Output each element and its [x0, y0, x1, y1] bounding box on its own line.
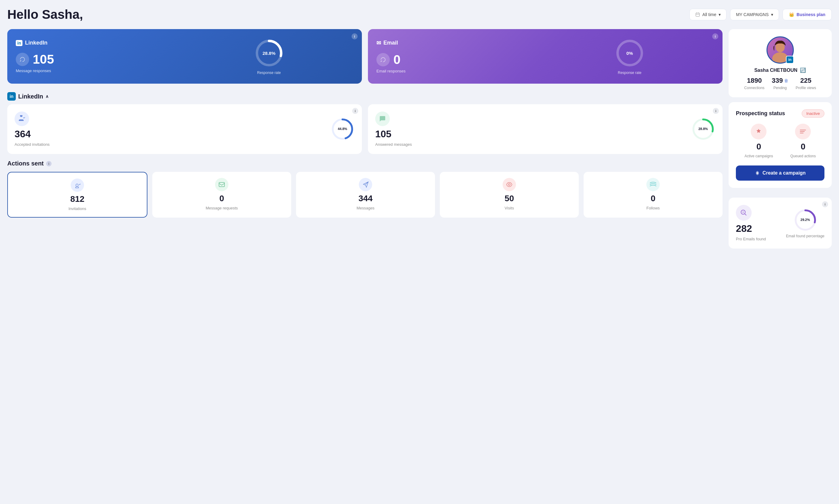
invitations-label: Invitations — [69, 206, 86, 211]
svg-point-14 — [756, 173, 758, 174]
response-rate-circle: 28.8% — [691, 117, 715, 141]
connections-stat: 1890 Connections — [745, 77, 765, 90]
profile-stats: 1890 Connections 339 🗑 Pending 225 Profi… — [736, 77, 824, 90]
linkedin-in-logo: in — [16, 40, 22, 46]
time-filter-chevron: ▾ — [719, 12, 721, 17]
linkedin-responses-label: Message responses — [16, 69, 185, 73]
greeting: Hello Sasha, — [7, 7, 83, 22]
email-pct-right: 29.2% Email found percentage — [786, 208, 824, 238]
business-plan-button[interactable]: 👑 Business plan — [783, 9, 832, 20]
linkedin-collapse-icon[interactable]: ∧ — [46, 94, 49, 99]
action-invitations[interactable]: 812 Invitations — [7, 172, 147, 218]
profile-views-label: Profile views — [796, 86, 816, 90]
rocket-icon — [755, 170, 760, 176]
acceptance-rate-text: 44.8% — [337, 127, 347, 131]
answered-messages-value: 105 — [375, 128, 391, 140]
pro-emails-value: 282 — [736, 223, 752, 234]
email-top-card: i ✉ Email 0 — [368, 29, 722, 84]
action-message-requests[interactable]: 0 Message requests — [152, 172, 291, 218]
linkedin-section-title: LinkedIn — [18, 93, 43, 100]
email-pct-text: 29.2% — [801, 218, 810, 222]
linkedin-info-dot[interactable]: i — [352, 33, 357, 39]
linkedin-badge: in — [786, 56, 794, 64]
email-response-rate-circle: 0% — [614, 38, 645, 68]
actions-header: Actions sent i — [7, 160, 722, 167]
trash-icon[interactable]: 🗑 — [784, 78, 788, 83]
time-filter-dropdown[interactable]: All time ▾ — [689, 9, 727, 20]
svg-rect-9 — [219, 182, 225, 187]
linkedin-top-card: i in LinkedIn 105 — [7, 29, 362, 84]
linkedin-response-icon — [16, 53, 29, 66]
email-pct-gauge: 29.2% — [793, 208, 818, 232]
header-controls: All time ▾ MY CAMPAIGNS ▾ 👑 Business pla… — [689, 9, 832, 20]
email-rate-label: Response rate — [618, 71, 642, 75]
prospecting-stats: 0 Active campaigns 0 Queued actions — [736, 124, 824, 158]
email-response-icon — [377, 53, 390, 66]
answered-info-dot[interactable]: i — [713, 108, 719, 114]
prospecting-card: Prospecting status Inactive 0 Active cam… — [729, 102, 832, 188]
follows-label: Follows — [646, 206, 660, 210]
pro-emails-label: Pro Emails found — [736, 237, 766, 241]
calendar-icon — [695, 12, 700, 17]
messages-icon — [359, 178, 372, 191]
accepted-invitations-label: Accepted invitations — [15, 142, 50, 147]
email-responses-label: Email responses — [377, 69, 545, 73]
accepted-invitations-value: 364 — [15, 128, 31, 140]
email-card-right: 0% Response rate — [545, 38, 714, 75]
action-visits[interactable]: 50 Visits — [440, 172, 579, 218]
actions-title: Actions sent — [7, 160, 44, 167]
linkedin-title: LinkedIn — [25, 40, 47, 46]
active-campaigns-value: 0 — [756, 142, 761, 151]
visits-value: 50 — [504, 194, 514, 203]
email-rate-text: 0% — [626, 51, 633, 56]
linkedin-responses-value: 105 — [33, 52, 54, 67]
message-requests-value: 0 — [219, 194, 224, 203]
profile-name: Sasha CHETBOUN 🔃 — [754, 67, 806, 73]
page-header: Hello Sasha, All time ▾ MY CAMPAIGNS ▾ 👑… — [7, 7, 832, 22]
queued-actions-icon — [795, 124, 811, 139]
queued-actions-value: 0 — [801, 142, 806, 151]
email-title: Email — [383, 40, 398, 46]
email-pct-label: Email found percentage — [786, 234, 824, 238]
pending-stat: 339 🗑 Pending — [772, 77, 788, 90]
invitations-value: 812 — [70, 194, 85, 204]
active-campaigns-label: Active campaigns — [745, 154, 773, 158]
acceptance-rate-gauge: 44.8% — [330, 117, 354, 141]
profile-card: in Sasha CHETBOUN 🔃 1890 Connections 339… — [729, 29, 832, 97]
email-found-left: 282 Pro Emails found — [736, 205, 766, 241]
answered-messages-label: Answered messages — [375, 142, 412, 147]
action-messages[interactable]: 344 Messages — [296, 172, 435, 218]
visits-icon — [503, 178, 516, 191]
action-follows[interactable]: 0 Follows — [583, 172, 722, 218]
accepted-invitations-left: 364 Accepted invitations — [15, 111, 50, 147]
linkedin-section-icon: in — [7, 92, 16, 101]
email-info-dot[interactable]: i — [712, 33, 718, 39]
linkedin-rate-text: 28.8% — [262, 51, 276, 56]
linkedin-card-left: in LinkedIn 105 Message responses — [16, 40, 185, 73]
pending-label: Pending — [773, 86, 787, 90]
accepted-invitations-card: i 364 Accepted invitations — [7, 104, 362, 154]
time-filter-label: All time — [702, 12, 716, 17]
linkedin-card-label: in LinkedIn — [16, 40, 185, 46]
pending-value: 339 — [772, 77, 783, 85]
invitations-icon — [71, 179, 84, 192]
linkedin-section-header: in LinkedIn ∧ — [7, 92, 722, 101]
prospecting-header: Prospecting status Inactive — [736, 109, 824, 118]
create-campaign-button[interactable]: Create a campaign — [736, 165, 824, 181]
email-responses-value: 0 — [394, 52, 400, 67]
linkedin-rate-label: Response rate — [257, 71, 281, 75]
email-found-info-dot[interactable]: i — [822, 201, 828, 207]
campaigns-filter-chevron: ▾ — [771, 12, 773, 17]
accepted-icon — [15, 111, 29, 126]
message-requests-label: Message requests — [206, 206, 238, 210]
accepted-info-dot[interactable]: i — [352, 108, 358, 114]
actions-info-icon: i — [46, 161, 52, 166]
svg-point-10 — [508, 184, 510, 185]
inactive-badge: Inactive — [802, 109, 824, 118]
profile-views-value: 225 — [800, 77, 811, 85]
campaigns-filter-dropdown[interactable]: MY CAMPAIGNS ▾ — [730, 9, 779, 20]
response-rate-gauge: 28.8% — [691, 117, 715, 141]
response-rate-text: 28.8% — [698, 127, 707, 131]
email-card-label: ✉ Email — [377, 40, 545, 47]
create-campaign-label: Create a campaign — [763, 170, 806, 176]
